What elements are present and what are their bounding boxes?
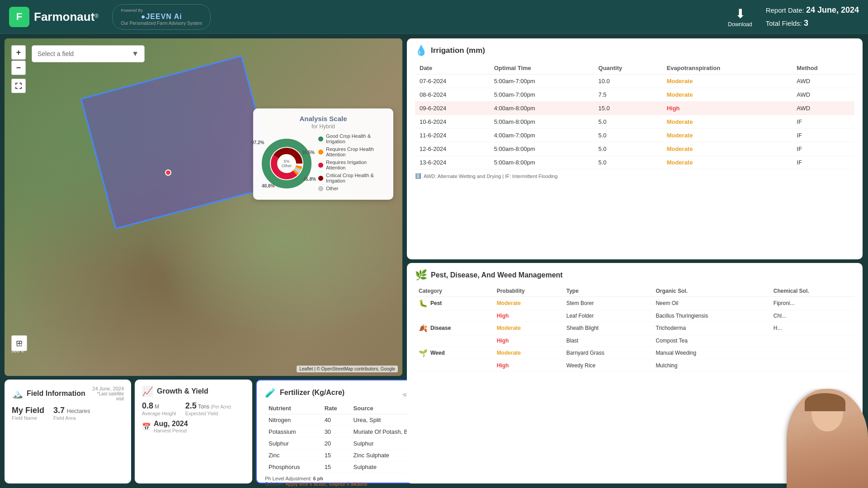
content-area: + − Select a field	[0, 34, 868, 488]
pest-table-row: High Leaf Folder Bacillus Thuringiensis …	[415, 310, 854, 321]
pct-good: 97.2%	[251, 140, 264, 145]
irr-et: Moderate	[662, 115, 793, 129]
irr-method: AWD	[792, 88, 854, 102]
legend-item-good: Good Crop Health & Irrigation	[318, 133, 387, 144]
irr-time: 5:00am-8:00pm	[490, 142, 594, 156]
irr-date: 08-6-2024	[415, 88, 490, 102]
category-icon: 🍂	[419, 324, 428, 333]
pest-probability: Moderate	[493, 346, 563, 360]
irr-time: 5:00am-7:00pm	[490, 88, 594, 102]
pest-category: 🍂Disease	[415, 321, 493, 335]
scale-meters: 50 m	[11, 343, 24, 348]
pest-type: Stem Borer	[563, 296, 652, 310]
height-label: Average Height	[142, 411, 176, 416]
map-zoom-controls: + −	[11, 45, 26, 93]
field-name-value: My Field	[12, 406, 44, 415]
pest-type: Leaf Folder	[563, 310, 652, 321]
logo-text-wrapper: Farmonaut®	[34, 10, 99, 24]
yield-unit: Tons	[198, 404, 209, 410]
irr-date: 10-6-2024	[415, 115, 490, 129]
pest-type: Sheath Blight	[563, 321, 652, 335]
irr-method: IF	[792, 129, 854, 142]
irrigation-table-row: 13-6-2024 5:00am-8:00pm 5.0 Moderate IF	[415, 156, 854, 169]
pest-table-row: 🌱Weed Moderate Barnyard Grass Manual Wee…	[415, 346, 854, 360]
harvest-value: Aug, 2024	[154, 420, 188, 428]
field-selector[interactable]: Select a field ▼	[32, 45, 145, 62]
irr-method: AWD	[792, 75, 854, 88]
pest-col-category: Category	[415, 286, 493, 297]
left-column: + − Select a field	[0, 34, 407, 488]
field-date-val: 24 June, 2024	[89, 386, 124, 391]
harvest-label: Harvest Period	[154, 428, 188, 433]
pest-chemical: H...	[770, 321, 854, 335]
growth-panel: 📈 Growth & Yield 0.8 M Average Height 2.…	[135, 380, 252, 483]
yield-row: 2.5 Tons (Per Acre)	[185, 401, 231, 411]
field-area-label: Field Area	[53, 415, 90, 421]
irr-date: 13-6-2024	[415, 156, 490, 169]
download-button[interactable]: ⬇ Download	[728, 6, 752, 28]
irr-qty: 5.0	[594, 129, 662, 142]
jeevn-powered-label: Powered By	[121, 8, 143, 13]
pest-col-probability: Probability	[493, 286, 563, 297]
analysis-scale-panel: Analysis Scale for Hybrid	[253, 108, 393, 200]
fert-rate: 20	[321, 438, 350, 450]
irrigation-table-header: Date Optimal Time Quantity Evapotranspir…	[415, 62, 854, 75]
pest-header: 🌿 Pest, Disease, And Weed Management	[415, 269, 854, 281]
fertilizer-icon: 🧪	[265, 387, 276, 398]
pest-probability: High	[493, 360, 563, 371]
download-icon: ⬇	[735, 6, 745, 21]
harvest-row: 📅 Aug, 2024 Harvest Period	[142, 420, 245, 433]
fullscreen-button[interactable]	[11, 79, 26, 93]
fert-nutrient: Sulphur	[265, 438, 321, 450]
growth-title: Growth & Yield	[157, 387, 208, 395]
pest-chemical	[770, 346, 854, 360]
irr-col-time: Optimal Time	[490, 62, 594, 75]
pest-organic: Neem Oil	[652, 296, 769, 310]
field-area-row: 3.7 Hectares	[53, 406, 90, 415]
jeevn-subtitle: Our Personalized Farm Advisory System	[121, 21, 202, 26]
irrigation-title: Irrigation (mm)	[431, 46, 485, 55]
field-name-label: Field Name	[12, 415, 44, 421]
pest-col-chemical: Chemical Sol.	[770, 286, 854, 297]
fert-rate: 40	[321, 414, 350, 426]
irr-time: 5:00am-8:00pm	[490, 156, 594, 169]
irr-date: 12-6-2024	[415, 142, 490, 156]
report-date-label: Report Date:	[766, 6, 804, 14]
map-container[interactable]: + − Select a field	[5, 38, 402, 376]
legend-item-other: Other	[318, 186, 387, 191]
irrigation-table-row: 12-6-2024 5:00am-8:00pm 5.0 Moderate IF	[415, 142, 854, 156]
harvest-info: 📅 Aug, 2024 Harvest Period	[142, 420, 245, 433]
irr-method: IF	[792, 142, 854, 156]
irr-method: AWD	[792, 102, 854, 115]
height-row: 0.8 M	[142, 401, 176, 411]
zoom-out-button[interactable]: −	[11, 61, 26, 75]
pest-chemical	[770, 360, 854, 371]
pest-table-header: Category Probability Type Organic Sol. C…	[415, 286, 854, 297]
fert-rate: 30	[321, 426, 350, 438]
pest-chemical: Chl...	[770, 310, 854, 321]
pest-table-row: High Blast Compost Tea	[415, 335, 854, 346]
legend-label-critical: Critical Crop Health & Irrigation	[326, 173, 387, 183]
zoom-in-button[interactable]: +	[11, 45, 26, 60]
svg-rect-3	[21, 83, 22, 85]
irr-date: 11-6-2024	[415, 129, 490, 142]
pest-category: 🌱Weed	[415, 346, 493, 360]
irr-qty: 7.5	[594, 88, 662, 102]
pest-category	[415, 335, 493, 346]
irrigation-table-row: 11-6-2024 4:00am-7:00pm 5.0 Moderate IF	[415, 129, 854, 142]
map-scale: 50 m 300 ft	[11, 343, 24, 353]
irr-qty: 5.0	[594, 156, 662, 169]
total-fields-value: 3	[804, 19, 808, 28]
fert-nutrient: Phosphorus	[265, 461, 321, 473]
irrigation-panel: 💧 Irrigation (mm) Date Optimal Time Quan…	[407, 38, 863, 259]
pest-col-organic: Organic Sol.	[652, 286, 769, 297]
pest-organic: Compost Tea	[652, 335, 769, 346]
legend-item-crop: Requires Crop Health Attention	[318, 146, 387, 157]
category-name: Disease	[430, 325, 451, 331]
field-select-placeholder: Select a field	[38, 50, 74, 57]
pest-type: Barnyard Grass	[563, 346, 652, 360]
fertilizer-title: Fertilizer (Kg/Acre)	[280, 389, 344, 397]
report-date-value: 24 June, 2024	[806, 5, 859, 14]
pest-category	[415, 360, 493, 371]
irr-qty: 10.0	[594, 75, 662, 88]
